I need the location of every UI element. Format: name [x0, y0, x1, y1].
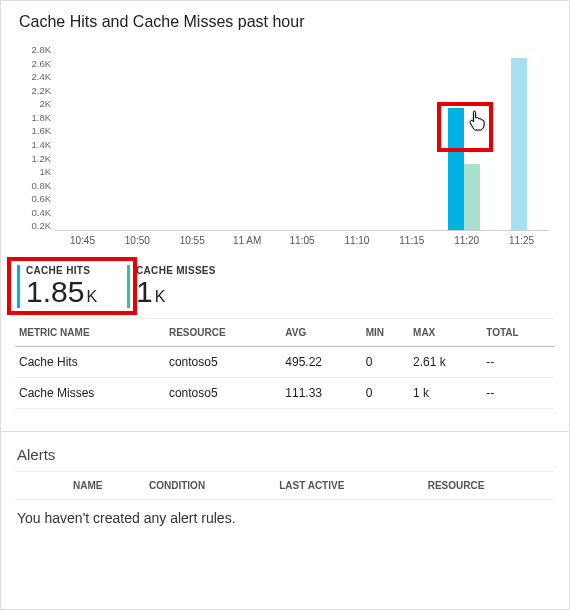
bar-cache-misses-1120[interactable] [464, 164, 480, 230]
kpi-cache-hits-value: 1.85K [26, 276, 97, 308]
chart-x-axis: 10:45 10:50 10:55 11 AM 11:05 11:10 11:1… [55, 235, 549, 253]
chart-plot[interactable] [55, 45, 549, 231]
alerts-header-row: NAME CONDITION LAST ACTIVE RESOURCE [15, 471, 555, 499]
kpi-cache-misses-value: 1K [136, 276, 216, 308]
col-metric-name: METRIC NAME [15, 318, 165, 346]
col-max: MAX [409, 318, 482, 346]
bar-cache-hits-1120[interactable] [448, 108, 464, 230]
col-alert-name: NAME [69, 471, 145, 499]
kpi-cache-misses: CACHE MISSES 1K [127, 265, 216, 308]
alerts-table: NAME CONDITION LAST ACTIVE RESOURCE [15, 471, 555, 500]
metrics-table: METRIC NAME RESOURCE AVG MIN MAX TOTAL C… [15, 318, 555, 409]
col-alert-last-active: LAST ACTIVE [275, 471, 424, 499]
col-avg: AVG [281, 318, 361, 346]
kpi-cache-hits: CACHE HITS 1.85K [17, 265, 97, 308]
chart-y-axis: 2.8K 2.6K 2.4K 2.2K 2K 1.8K 1.6K 1.4K 1.… [15, 45, 55, 231]
alerts-title: Alerts [17, 446, 555, 463]
bar-cache-hits-1125[interactable] [511, 58, 527, 230]
section-divider [1, 431, 569, 432]
col-resource: RESOURCE [165, 318, 281, 346]
alerts-empty-message: You haven't created any alert rules. [15, 500, 555, 536]
table-row[interactable]: Cache Misses contoso5 111.33 0 1 k -- [15, 377, 555, 408]
bar-group-1120[interactable] [439, 108, 488, 230]
col-alert-condition: CONDITION [145, 471, 275, 499]
chart-area[interactable]: 2.8K 2.6K 2.4K 2.2K 2K 1.8K 1.6K 1.4K 1.… [15, 39, 555, 259]
metrics-header-row: METRIC NAME RESOURCE AVG MIN MAX TOTAL [15, 318, 555, 346]
table-row[interactable]: Cache Hits contoso5 495.22 0 2.61 k -- [15, 346, 555, 377]
col-total: TOTAL [482, 318, 555, 346]
chart-title: Cache Hits and Cache Misses past hour [19, 13, 555, 31]
col-alert-resource: RESOURCE [424, 471, 555, 499]
col-min: MIN [362, 318, 409, 346]
bar-group-1125[interactable] [494, 58, 543, 230]
